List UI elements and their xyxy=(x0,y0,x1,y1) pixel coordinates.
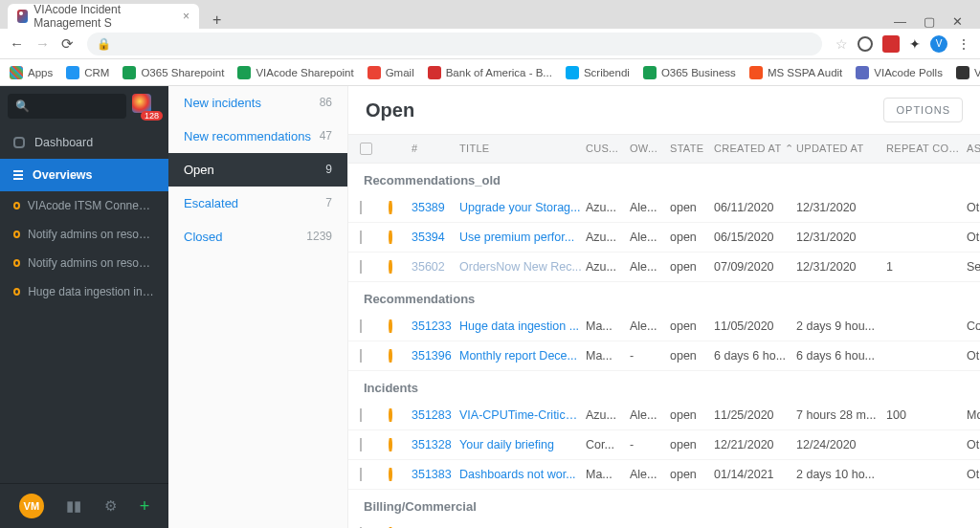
bookmark-crm[interactable]: CRM xyxy=(66,66,109,79)
stats-icon[interactable]: ▮▮ xyxy=(66,497,81,515)
ticket-customer: Ma... xyxy=(586,349,628,363)
bookmark-o365sp[interactable]: O365 Sharepoint xyxy=(122,66,224,79)
table-row[interactable]: 351396Monthly report Dece...Ma...-open6 … xyxy=(348,341,980,371)
ticket-id[interactable]: 351283 xyxy=(412,408,457,422)
menu-icon[interactable]: ⋮ xyxy=(957,36,970,52)
task-item[interactable]: VIAcode ITSM Connector has ins... xyxy=(0,191,168,220)
select-all-checkbox[interactable] xyxy=(360,143,372,155)
task-item[interactable]: Huge data ingestion in October xyxy=(0,277,168,306)
url-bar[interactable]: 🔒 xyxy=(87,33,822,55)
overview-filter[interactable]: New recommendations47 xyxy=(168,120,347,153)
ticket-aspect: Security xyxy=(967,260,980,274)
profile-avatar[interactable]: V xyxy=(930,35,947,53)
col-title[interactable]: TITLE xyxy=(459,143,584,155)
minimize-icon[interactable]: — xyxy=(894,14,906,29)
row-checkbox[interactable] xyxy=(360,260,362,274)
row-checkbox[interactable] xyxy=(360,201,362,214)
table-row[interactable]: 35394Use premium perfor...Azu...Ale...op… xyxy=(348,223,980,253)
col-customer[interactable]: CUS... xyxy=(586,143,628,155)
close-window-icon[interactable]: ✕ xyxy=(952,14,963,29)
ticket-id[interactable]: 351328 xyxy=(412,438,457,451)
extensions-icon[interactable]: ✦ xyxy=(909,36,921,52)
ticket-id[interactable]: 35389 xyxy=(412,201,457,214)
row-checkbox[interactable] xyxy=(360,349,362,363)
overview-filter[interactable]: New incidents86 xyxy=(168,86,347,120)
row-checkbox[interactable] xyxy=(360,438,362,451)
ticket-id[interactable]: 351383 xyxy=(412,468,457,481)
close-icon[interactable]: × xyxy=(183,10,189,23)
task-item[interactable]: Notify admins on resource creat... xyxy=(0,249,168,277)
ticket-state: open xyxy=(670,468,712,481)
bookmark-polls[interactable]: VIAcode Polls xyxy=(856,66,943,79)
table-row[interactable]: 351399[AOA] Orphaned disksMa...-open1 da… xyxy=(348,519,980,528)
col-id[interactable]: # xyxy=(412,143,457,155)
ticket-id[interactable]: 35602 xyxy=(412,260,457,274)
ticket-title[interactable]: Upgrade your Storag... xyxy=(459,201,584,214)
ticket-title[interactable]: Dashboards not wor... xyxy=(459,468,584,481)
status-ring-icon xyxy=(389,201,392,214)
table-row[interactable]: 351328Your daily briefingCor...-open12/2… xyxy=(348,430,980,460)
nav-overviews[interactable]: Overviews xyxy=(0,159,168,191)
browser-tab[interactable]: VIAcode Incident Management S × xyxy=(8,4,199,29)
lock-icon: 🔒 xyxy=(97,37,111,51)
maximize-icon[interactable]: ▢ xyxy=(924,14,935,29)
ticket-id[interactable]: 35394 xyxy=(412,231,457,244)
overview-filter[interactable]: Closed1239 xyxy=(168,220,347,253)
task-item[interactable]: Notify admins on resource creat... xyxy=(0,220,168,249)
user-avatar[interactable]: VM xyxy=(19,494,44,518)
table-row[interactable]: 351233Huge data ingestion ...Ma...Ale...… xyxy=(348,312,980,341)
col-repeat[interactable]: REPEAT COUNT xyxy=(886,143,965,155)
new-tab-button[interactable]: + xyxy=(207,11,227,29)
group-header: Recommendations xyxy=(348,282,980,312)
ticket-title[interactable]: VIA-CPUTime-Critical... xyxy=(459,408,584,422)
ticket-owner: - xyxy=(630,349,668,363)
ticket-owner: Ale... xyxy=(630,231,668,244)
nav-dashboard[interactable]: Dashboard xyxy=(0,126,168,159)
ticket-id[interactable]: 351396 xyxy=(412,349,457,363)
col-updated[interactable]: UPDATED AT xyxy=(796,143,884,155)
row-checkbox[interactable] xyxy=(360,319,362,333)
back-icon[interactable]: ← xyxy=(10,35,24,53)
options-button[interactable]: OPTIONS xyxy=(883,98,963,122)
overview-filter[interactable]: Open9 xyxy=(168,153,347,187)
search-input[interactable]: 🔍 xyxy=(8,94,126,119)
table-row[interactable]: 35602OrdersNow New Rec...Azu...Ale...ope… xyxy=(348,253,980,282)
table-row[interactable]: 35389Upgrade your Storag...Azu...Ale...o… xyxy=(348,193,980,223)
star-icon[interactable]: ☆ xyxy=(835,36,848,52)
overview-filter[interactable]: Escalated7 xyxy=(168,187,347,220)
ticket-title[interactable]: Monthly report Dece... xyxy=(459,349,584,363)
ticket-updated: 7 hours 28 m... xyxy=(796,408,884,422)
add-button[interactable]: + xyxy=(140,496,150,517)
row-checkbox[interactable] xyxy=(360,468,362,481)
row-checkbox[interactable] xyxy=(360,231,362,244)
table-row[interactable]: 351383Dashboards not wor...Ma...Ale...op… xyxy=(348,460,980,490)
gear-icon[interactable]: ⚙ xyxy=(104,497,117,515)
col-created[interactable]: CREATED AT ⌃ xyxy=(714,143,794,155)
bookmark-viasp[interactable]: VIAcode Sharepoint xyxy=(237,66,353,79)
col-owner[interactable]: OW... xyxy=(630,143,668,155)
bookmark-apps[interactable]: Apps xyxy=(10,66,53,79)
ext-pdf-icon[interactable] xyxy=(882,35,900,53)
bookmark-boa[interactable]: Bank of America - B... xyxy=(428,66,552,79)
bookmark-sspa[interactable]: MS SSPA Audit xyxy=(749,66,842,79)
ticket-title[interactable]: Huge data ingestion ... xyxy=(459,319,584,333)
ticket-id[interactable]: 351233 xyxy=(412,319,457,333)
bookmark-o365biz[interactable]: O365 Business xyxy=(643,66,736,79)
forward-icon[interactable]: → xyxy=(35,35,50,53)
ticket-state: open xyxy=(670,349,712,363)
col-state[interactable]: STATE xyxy=(670,143,712,155)
bookmark-github[interactable]: VIAcode Github xyxy=(956,66,980,79)
app-logo[interactable]: 128 xyxy=(132,94,161,119)
ticket-title[interactable]: Your daily briefing xyxy=(459,438,584,451)
bookmark-scribendi[interactable]: Scribendi xyxy=(566,66,630,79)
status-ring-icon xyxy=(389,231,392,244)
ticket-title[interactable]: OrdersNow New Rec... xyxy=(459,260,584,274)
row-checkbox[interactable] xyxy=(360,408,362,422)
ext-circle-icon[interactable] xyxy=(858,36,873,52)
reload-icon[interactable]: ⟳ xyxy=(61,35,74,53)
ticket-title[interactable]: Use premium perfor... xyxy=(459,231,584,244)
bookmark-gmail[interactable]: Gmail xyxy=(368,66,414,79)
ticket-updated: 12/31/2020 xyxy=(796,201,884,214)
table-row[interactable]: 351283VIA-CPUTime-Critical...Azu...Ale..… xyxy=(348,401,980,430)
col-aspect[interactable]: ASPECT xyxy=(967,143,980,155)
